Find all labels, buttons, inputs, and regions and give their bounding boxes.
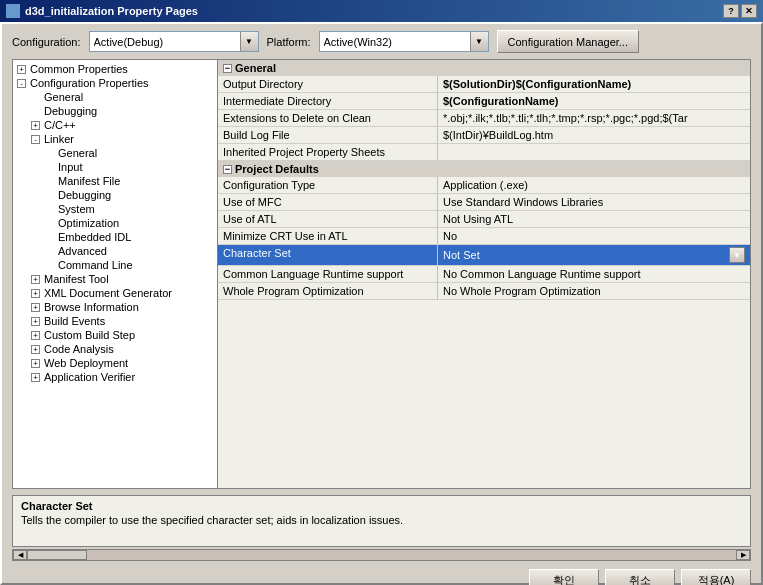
scroll-right-button[interactable]: ▶ bbox=[736, 550, 750, 560]
prop-name-int-dir: Intermediate Directory bbox=[218, 93, 438, 109]
tree-item-xml-doc[interactable]: +XML Document Generator bbox=[13, 286, 217, 300]
tree-item-linker-debug[interactable]: Debugging bbox=[13, 188, 217, 202]
general-section-header: − General bbox=[218, 60, 750, 76]
prop-output-dir[interactable]: Output Directory $(SolutionDir)$(Configu… bbox=[218, 76, 750, 93]
prop-build-log[interactable]: Build Log File $(IntDir)¥BuildLog.htm bbox=[218, 127, 750, 144]
expand-icon-xml-doc[interactable]: + bbox=[31, 289, 40, 298]
charset-dropdown-arrow[interactable]: ▼ bbox=[729, 247, 745, 263]
tree-item-linker-system[interactable]: System bbox=[13, 202, 217, 216]
expand-icon-config-props[interactable]: - bbox=[17, 79, 26, 88]
tree-item-linker-manifest[interactable]: Manifest File bbox=[13, 174, 217, 188]
prop-int-dir[interactable]: Intermediate Directory $(ConfigurationNa… bbox=[218, 93, 750, 110]
tree-item-browse-info[interactable]: +Browse Information bbox=[13, 300, 217, 314]
config-manager-button[interactable]: Configuration Manager... bbox=[497, 30, 639, 53]
config-select[interactable]: Active(Debug) bbox=[89, 31, 259, 52]
tree-item-common-props[interactable]: +Common Properties bbox=[13, 62, 217, 76]
tree-item-linker[interactable]: -Linker bbox=[13, 132, 217, 146]
prop-wpo[interactable]: Whole Program Optimization No Whole Prog… bbox=[218, 283, 750, 300]
tree-item-general[interactable]: General bbox=[13, 90, 217, 104]
tree-label-web-deploy: Web Deployment bbox=[44, 357, 128, 369]
tree-item-linker-adv[interactable]: Advanced bbox=[13, 244, 217, 258]
prop-config-type[interactable]: Configuration Type Application (.exe) bbox=[218, 177, 750, 194]
tree-label-build-events: Build Events bbox=[44, 315, 105, 327]
expand-icon-linker[interactable]: - bbox=[31, 135, 40, 144]
scroll-thumb[interactable] bbox=[27, 550, 87, 560]
tree-label-linker-opt: Optimization bbox=[58, 217, 119, 229]
cancel-button[interactable]: 취소 bbox=[605, 569, 675, 585]
expand-icon-custom-build[interactable]: + bbox=[31, 331, 40, 340]
tree-label-linker-general: General bbox=[58, 147, 97, 159]
expand-icon-build-events[interactable]: + bbox=[31, 317, 40, 326]
tree-item-code-analysis[interactable]: +Code Analysis bbox=[13, 342, 217, 356]
expand-icon-manifest-tool[interactable]: + bbox=[31, 275, 40, 284]
tree-label-common-props: Common Properties bbox=[30, 63, 128, 75]
tree-item-linker-idl[interactable]: Embedded IDL bbox=[13, 230, 217, 244]
expand-icon-common-props[interactable]: + bbox=[17, 65, 26, 74]
defaults-section-title: Project Defaults bbox=[235, 163, 319, 175]
apply-button[interactable]: 적용(A) bbox=[681, 569, 751, 585]
prop-charset[interactable]: Character Set Not Set ▼ bbox=[218, 245, 750, 266]
expand-icon-code-analysis[interactable]: + bbox=[31, 345, 40, 354]
prop-name-min-crt: Minimize CRT Use in ATL bbox=[218, 228, 438, 244]
prop-value-config-type: Application (.exe) bbox=[438, 177, 750, 193]
prop-name-clr: Common Language Runtime support bbox=[218, 266, 438, 282]
defaults-collapse-btn[interactable]: − bbox=[223, 165, 232, 174]
expand-icon-browse-info[interactable]: + bbox=[31, 303, 40, 312]
tree-item-app-verifier[interactable]: +Application Verifier bbox=[13, 370, 217, 384]
help-button[interactable]: ? bbox=[723, 4, 739, 18]
prop-inherited[interactable]: Inherited Project Property Sheets bbox=[218, 144, 750, 161]
close-button[interactable]: ✕ bbox=[741, 4, 757, 18]
tree-label-linker-input: Input bbox=[58, 161, 82, 173]
tree-panel: +Common Properties-Configuration Propert… bbox=[13, 60, 218, 488]
platform-select[interactable]: Active(Win32) bbox=[319, 31, 489, 52]
tree-item-custom-build[interactable]: +Custom Build Step bbox=[13, 328, 217, 342]
tree-label-general: General bbox=[44, 91, 83, 103]
ok-button[interactable]: 확인 bbox=[529, 569, 599, 585]
prop-clr[interactable]: Common Language Runtime support No Commo… bbox=[218, 266, 750, 283]
tree-label-config-props: Configuration Properties bbox=[30, 77, 149, 89]
prop-atl[interactable]: Use of ATL Not Using ATL bbox=[218, 211, 750, 228]
prop-name-mfc: Use of MFC bbox=[218, 194, 438, 210]
tree-item-config-props[interactable]: -Configuration Properties bbox=[13, 76, 217, 90]
title-bar-buttons[interactable]: ? ✕ bbox=[723, 4, 757, 18]
expand-icon-cpp[interactable]: + bbox=[31, 121, 40, 130]
title-bar-left: d3d_initialization Property Pages bbox=[6, 4, 198, 18]
defaults-section-header: − Project Defaults bbox=[218, 161, 750, 177]
prop-mfc[interactable]: Use of MFC Use Standard Windows Librarie… bbox=[218, 194, 750, 211]
prop-name-inherited: Inherited Project Property Sheets bbox=[218, 144, 438, 160]
tree-label-browse-info: Browse Information bbox=[44, 301, 139, 313]
tree-label-linker-idl: Embedded IDL bbox=[58, 231, 131, 243]
prop-name-wpo: Whole Program Optimization bbox=[218, 283, 438, 299]
config-select-wrapper[interactable]: Active(Debug) ▼ bbox=[89, 31, 259, 52]
prop-value-ext-clean: *.obj;*.ilk;*.tlb;*.tli;*.tlh;*.tmp;*.rs… bbox=[438, 110, 750, 126]
prop-ext-clean[interactable]: Extensions to Delete on Clean *.obj;*.il… bbox=[218, 110, 750, 127]
platform-select-wrapper[interactable]: Active(Win32) ▼ bbox=[319, 31, 489, 52]
expand-icon-web-deploy[interactable]: + bbox=[31, 359, 40, 368]
tree-label-xml-doc: XML Document Generator bbox=[44, 287, 172, 299]
tree-item-build-events[interactable]: +Build Events bbox=[13, 314, 217, 328]
prop-value-inherited bbox=[438, 144, 750, 160]
charset-value-text: Not Set bbox=[443, 249, 480, 261]
info-desc: Tells the compiler to use the specified … bbox=[21, 514, 742, 526]
tree-item-linker-general[interactable]: General bbox=[13, 146, 217, 160]
prop-name-build-log: Build Log File bbox=[218, 127, 438, 143]
general-collapse-btn[interactable]: − bbox=[223, 64, 232, 73]
prop-value-mfc: Use Standard Windows Libraries bbox=[438, 194, 750, 210]
horizontal-scrollbar[interactable]: ◀ ▶ bbox=[12, 549, 751, 561]
tree-item-debugging[interactable]: Debugging bbox=[13, 104, 217, 118]
prop-min-crt[interactable]: Minimize CRT Use in ATL No bbox=[218, 228, 750, 245]
prop-name-atl: Use of ATL bbox=[218, 211, 438, 227]
prop-value-atl: Not Using ATL bbox=[438, 211, 750, 227]
tree-item-web-deploy[interactable]: +Web Deployment bbox=[13, 356, 217, 370]
tree-label-app-verifier: Application Verifier bbox=[44, 371, 135, 383]
tree-item-manifest-tool[interactable]: +Manifest Tool bbox=[13, 272, 217, 286]
tree-item-linker-input[interactable]: Input bbox=[13, 160, 217, 174]
tree-item-linker-cmd[interactable]: Command Line bbox=[13, 258, 217, 272]
tree-item-linker-opt[interactable]: Optimization bbox=[13, 216, 217, 230]
app-icon bbox=[6, 4, 20, 18]
tree-item-cpp[interactable]: +C/C++ bbox=[13, 118, 217, 132]
expand-icon-app-verifier[interactable]: + bbox=[31, 373, 40, 382]
scroll-left-button[interactable]: ◀ bbox=[13, 550, 27, 560]
tree-label-linker-cmd: Command Line bbox=[58, 259, 133, 271]
tree-label-manifest-tool: Manifest Tool bbox=[44, 273, 109, 285]
